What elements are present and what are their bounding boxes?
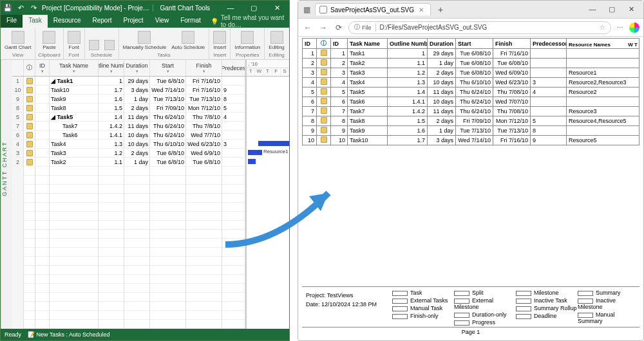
page-number: Page 1 [302,327,639,336]
col-id[interactable]: ID▾ [35,60,50,76]
empty-row[interactable] [12,293,245,302]
col-duration[interactable]: Duration▾ [124,60,150,76]
task-row[interactable]: 4Task41.310 daysThu 6/10/10Wed 6/23/103 [12,140,245,149]
col-predecessors[interactable]: Predeces [222,60,245,76]
task-row[interactable]: 8Task81.52 daysFri 7/09/10Mon 7/12/105 [12,104,245,113]
tab-file[interactable]: File [1,15,23,28]
svg-col-name: Task Name [348,39,388,49]
task-row[interactable]: 9Task91.61 dayTue 7/13/10Tue 7/13/108 [12,95,245,104]
svg-table-row: 66Task61.4.110 daysThu 6/24/10Wed 7/07/1… [303,97,639,107]
col-finish[interactable]: Finish▾ [186,60,222,76]
empty-row[interactable] [12,176,245,185]
empty-row[interactable] [12,284,245,293]
tab-project[interactable]: Project [118,15,149,28]
auto-schedule-button[interactable]: Auto Schedule [170,30,206,51]
empty-row[interactable] [12,221,245,230]
browser-tab[interactable]: SaveProjectAsSVG_out.SVG ✕ [315,3,431,15]
col-task-name[interactable]: Task Name▾ [50,60,99,76]
empty-row[interactable] [12,257,245,266]
tab-task[interactable]: Task [23,15,48,28]
svg-table-row: 99Task91.61 dayTue 7/13/10Tue 7/13/108 [303,126,639,136]
empty-row[interactable] [12,212,245,221]
browser-minimize-button[interactable]: — [583,5,602,14]
insert-button[interactable]: Insert [212,30,227,51]
tab-view[interactable]: View [149,15,175,28]
tab-resource[interactable]: Resource [48,15,87,28]
browser-viewport: ID ⓘ ID Task Name Outline Numb Duration … [298,37,643,340]
legend-item: Manual Summary [578,311,639,324]
forward-button[interactable]: → [317,23,329,32]
task-row[interactable]: 6Task61.4.110 daysThu 6/24/10Wed 7/7/10 [12,131,245,140]
gantt-bars: Resource1 [247,77,289,329]
schedule-links-icon[interactable] [88,39,100,51]
gantt-bar-task4[interactable] [258,141,289,146]
minimize-button[interactable]: — [221,4,240,12]
tab-report[interactable]: Report [87,15,118,28]
col-row-selector[interactable] [12,60,24,76]
task-row[interactable]: 1◢ Task1129 daysTue 6/8/10Fri 7/16/10 [12,77,245,86]
empty-row[interactable] [12,320,245,329]
empty-row[interactable] [12,275,245,284]
empty-row[interactable] [12,167,245,176]
gantt-chart-button[interactable]: Gantt Chart [3,30,32,51]
task-row[interactable]: 10Task101.73 daysWed 7/14/10Fri 7/16/109 [12,86,245,95]
legend-item: Summary Rollup [516,305,578,311]
note-icon [26,114,33,120]
grid-body[interactable]: 1◢ Task1129 daysTue 6/8/10Fri 7/16/1010T… [12,77,245,329]
tell-me-search[interactable]: 💡 Tell me what you want to do… [207,15,289,28]
editing-button[interactable]: Editing [267,30,285,51]
browser-close-button[interactable]: ✕ [621,5,641,14]
titlebar: 💾 ↶ ↷ Project [Compatibility Mode] - Pro… [1,1,289,15]
empty-row[interactable] [12,185,245,194]
favicon-icon [319,6,327,14]
empty-row[interactable] [12,311,245,320]
svg-table-row: 1010Task101.73 daysWed 7/14/10Fri 7/16/1… [303,136,639,145]
task-row[interactable]: 5◢ Task51.411 daysThu 6/24/10Thu 7/8/104 [12,113,245,122]
back-button[interactable]: ← [302,23,314,32]
information-button[interactable]: Information [233,30,261,51]
save-icon[interactable]: 💾 [3,3,12,12]
favorite-icon[interactable]: ☆ [600,24,605,31]
legend-item: Duration-only [454,311,516,318]
gantt-bar-label: Resource1 [263,149,289,154]
gantt-bar-task3[interactable] [248,150,262,155]
empty-row[interactable] [12,230,245,239]
menu-icon[interactable]: ⋯ [615,23,625,33]
legend-item: Summary [578,290,639,296]
svg-col-indicator: ⓘ [317,39,331,49]
task-row[interactable]: 7Task71.4.211 daysThu 6/24/10Thu 7/8/10 [12,122,245,131]
task-row[interactable]: 3Task31.22 daysTue 6/8/10Wed 6/9/10 [12,149,245,158]
status-ready: Ready [5,331,21,338]
empty-row[interactable] [12,239,245,248]
workspaces-icon[interactable]: ▦ [301,5,312,14]
browser-maximize-button[interactable]: ▢ [602,5,621,14]
close-button[interactable]: ✕ [267,4,287,12]
empty-row[interactable] [12,194,245,203]
gantt-bar-task2[interactable] [248,159,256,164]
address-bar[interactable]: ⓘ File D:/Files/SaveProjectAsSVG_out.SVG… [348,21,611,34]
manually-schedule-button[interactable]: Manually Schedule [122,30,168,51]
empty-row[interactable] [12,266,245,275]
svg-col-resources: Resource NamesW T [567,39,639,49]
empty-row[interactable] [12,248,245,257]
col-outline-number[interactable]: Outline Number▾ [99,60,124,76]
undo-icon[interactable]: ↶ [16,3,25,12]
schedule-respect-icon[interactable] [103,39,116,51]
col-indicators[interactable]: ⓘ [24,60,35,76]
note-icon [321,98,327,104]
tab-close-icon[interactable]: ✕ [419,6,424,14]
refresh-button[interactable]: ⟳ [333,23,345,32]
col-start[interactable]: Start▾ [150,60,186,76]
maximize-button[interactable]: ▢ [244,4,263,12]
copilot-icon[interactable] [629,23,639,33]
redo-icon[interactable]: ↷ [29,3,38,12]
tab-format[interactable]: Format [175,15,207,28]
paste-button[interactable]: Paste [41,30,57,51]
svg-output-table: ID ⓘ ID Task Name Outline Numb Duration … [302,38,639,145]
empty-row[interactable] [12,203,245,212]
font-button[interactable]: Font [66,30,82,51]
gantt-timeline-strip[interactable]: , '10 TWTFS Resource1 [245,60,289,329]
task-row[interactable]: 2Task21.11 dayTue 6/8/10Tue 6/8/10 [12,158,245,167]
new-tab-button[interactable]: + [433,5,448,15]
empty-row[interactable] [12,302,245,311]
